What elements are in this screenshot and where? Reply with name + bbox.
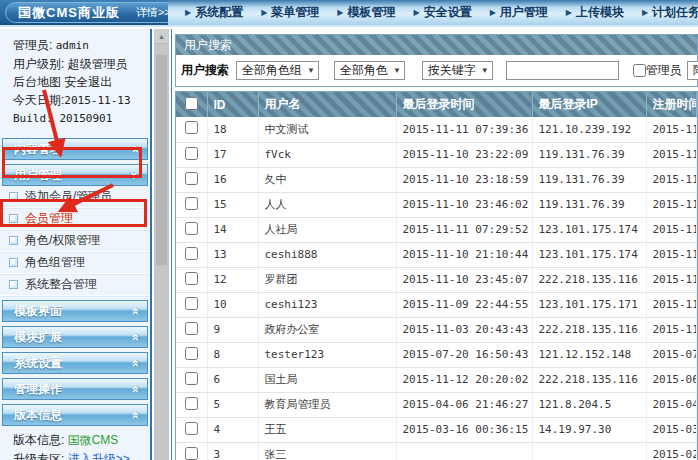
- sidebar-item-member-mgmt-active[interactable]: 会员管理: [0, 208, 150, 230]
- col-header-reg-time: 注册时间: [646, 92, 697, 117]
- topbar-menu-item[interactable]: ▶系统配置: [176, 4, 252, 21]
- table-row: 6国土局2015-11-12 20:20:02222.218.135.11620…: [176, 367, 697, 392]
- cell-last-login-time: 2015-11-09 22:44:55: [396, 292, 532, 317]
- cell-username: ceshi888: [258, 242, 396, 267]
- cell-id: 12: [207, 267, 258, 292]
- row-checkbox-cell: [176, 192, 207, 217]
- date-label: 今天日期:: [13, 93, 64, 107]
- version-value: 国微CMS: [68, 433, 119, 447]
- row-checkbox[interactable]: [185, 322, 198, 335]
- logo-pill: 国微CMS商业版 详情>>: [5, 2, 184, 23]
- menu-arrow-icon: ▶: [642, 8, 648, 17]
- sidebar-item-user-mgmt[interactable]: 添加会员/管理员: [0, 186, 150, 208]
- main-area: 用户搜索 用户搜索 全部角色组 ▼ 全部角色 ▼ 按关键字 ▼ 管理员 降序 ▼: [171, 29, 698, 460]
- sidebar-section-version-info[interactable]: 版本信息 »: [2, 404, 148, 426]
- row-checkbox-cell: [176, 342, 207, 367]
- row-checkbox-cell: [176, 267, 207, 292]
- role-group-select[interactable]: 全部角色组 ▼: [236, 61, 319, 80]
- admin-only-checkbox[interactable]: [633, 64, 646, 77]
- cell-last-login-ip: 14.19.97.30: [532, 417, 646, 442]
- cell-username: fVck: [258, 142, 396, 167]
- cell-id: 4: [207, 417, 258, 442]
- row-checkbox[interactable]: [185, 247, 198, 260]
- scroll-up-arrow-icon[interactable]: ▲: [154, 29, 169, 44]
- cell-reg-time: 2015-11-1: [646, 217, 697, 242]
- row-checkbox-cell: [176, 142, 207, 167]
- cell-last-login-ip: 119.131.76.39: [532, 167, 646, 192]
- table-row: 15人人2015-11-10 23:46:02119.131.76.392015…: [176, 192, 697, 217]
- topbar-menu-item[interactable]: ▶用户管理: [481, 4, 557, 21]
- search-panel-title: 用户搜索: [176, 35, 697, 55]
- topbar-menu-item[interactable]: ▶安全设置: [404, 4, 480, 21]
- sidebar-section-template-ui[interactable]: 模板界面 »: [2, 300, 148, 322]
- row-checkbox[interactable]: [185, 147, 198, 160]
- col-header-username: 用户名: [258, 92, 396, 117]
- role-select[interactable]: 全部角色 ▼: [334, 61, 405, 80]
- keyword-type-select[interactable]: 按关键字 ▼: [422, 61, 493, 80]
- cell-reg-time: 2015-11-1: [646, 142, 697, 167]
- topbar-menu-item[interactable]: ▶菜单管理: [252, 4, 328, 21]
- col-header-id: ID: [207, 92, 258, 117]
- keyword-input[interactable]: [506, 61, 619, 80]
- cell-reg-time: 2015-11-1: [646, 192, 697, 217]
- details-link[interactable]: 详情>>: [136, 5, 171, 20]
- table-row: 8tester1232015-07-20 16:50:43121.12.152.…: [176, 342, 697, 367]
- table-row: 3张三2015-02-0: [176, 442, 697, 460]
- sidebar-item-user-mgmt[interactable]: 角色/权限管理: [0, 230, 150, 252]
- topbar-menu-item[interactable]: ▶计划任务: [633, 4, 698, 21]
- row-checkbox[interactable]: [185, 447, 198, 460]
- sidebar-item-user-mgmt[interactable]: 角色组管理: [0, 252, 150, 274]
- cell-username: 罗群团: [258, 267, 396, 292]
- row-checkbox[interactable]: [185, 222, 198, 235]
- menu-item-label: 系统配置: [195, 4, 243, 21]
- row-checkbox[interactable]: [185, 397, 198, 410]
- caret-down-icon: ▼: [393, 66, 401, 75]
- cell-last-login-ip: 121.8.204.5: [532, 392, 646, 417]
- row-checkbox[interactable]: [185, 422, 198, 435]
- row-checkbox[interactable]: [185, 372, 198, 385]
- cell-reg-time: 2015-11-1: [646, 117, 697, 142]
- cell-last-login-ip: 121.12.152.148: [532, 342, 646, 367]
- row-checkbox[interactable]: [185, 347, 198, 360]
- row-checkbox[interactable]: [185, 197, 198, 210]
- logout-link[interactable]: 安全退出: [64, 75, 112, 89]
- cell-last-login-time: 2015-11-11 07:29:52: [396, 217, 532, 242]
- upgrade-link[interactable]: 进入升级>>: [68, 452, 130, 460]
- sidebar-section-user-mgmt[interactable]: 用户管理 »: [2, 164, 148, 186]
- date-line: 今天日期:2015-11-13: [13, 91, 150, 110]
- row-checkbox[interactable]: [185, 297, 198, 310]
- menu-arrow-icon: ▶: [413, 8, 419, 17]
- cell-reg-time: 2015-11-0: [646, 317, 697, 342]
- user-table: ID 用户名 最后登录时间 最后登录IP 注册时间 18中文测试2015-11-…: [176, 92, 697, 460]
- topbar: 国微CMS商业版 详情>> ▶系统配置▶菜单管理▶模板管理▶安全设置▶用户管理▶…: [0, 0, 698, 27]
- sidebar-section-mgmt-ops[interactable]: 管理操作 »: [2, 378, 148, 400]
- sidebar-section-module-ext[interactable]: 模块扩展 »: [2, 326, 148, 348]
- sort-order-select[interactable]: 降序 ▼: [687, 61, 698, 80]
- cell-last-login-ip: 222.218.135.116: [532, 267, 646, 292]
- scrollbar-thumb[interactable]: [156, 55, 167, 265]
- sidebar-item-user-mgmt[interactable]: 系统整合管理: [0, 274, 150, 296]
- level-label: 用户级别:: [13, 57, 64, 71]
- topbar-menu-item[interactable]: ▶上传模块: [557, 4, 633, 21]
- sidebar-section-system-settings[interactable]: 系统设置 »: [2, 352, 148, 374]
- cell-last-login-time: [396, 442, 532, 460]
- row-checkbox-cell: [176, 442, 207, 460]
- cell-last-login-time: 2015-11-10 23:18:59: [396, 167, 532, 192]
- row-checkbox[interactable]: [185, 272, 198, 285]
- sidebar-item-label: 添加会员/管理员: [25, 188, 112, 205]
- sidebar-scrollbar[interactable]: ▲: [154, 29, 169, 460]
- menu-item-label: 用户管理: [500, 4, 548, 21]
- cell-username: 人人: [258, 192, 396, 217]
- topbar-menu-item[interactable]: ▶模板管理: [328, 4, 404, 21]
- row-checkbox[interactable]: [185, 172, 198, 185]
- caret-down-icon: ▼: [307, 66, 315, 75]
- cell-last-login-ip: 119.131.76.39: [532, 142, 646, 167]
- links-line: 后台地图 安全退出: [13, 73, 150, 91]
- chevron-up-icon: »: [127, 145, 142, 152]
- sidebar-section-content-mgmt[interactable]: 内容管理 »: [2, 138, 148, 160]
- row-checkbox[interactable]: [185, 121, 198, 134]
- cell-last-login-time: 2015-11-10 23:45:07: [396, 267, 532, 292]
- select-all-checkbox[interactable]: [185, 97, 198, 110]
- caret-down-icon: ▼: [481, 66, 489, 75]
- backend-map-link[interactable]: 后台地图: [13, 75, 61, 89]
